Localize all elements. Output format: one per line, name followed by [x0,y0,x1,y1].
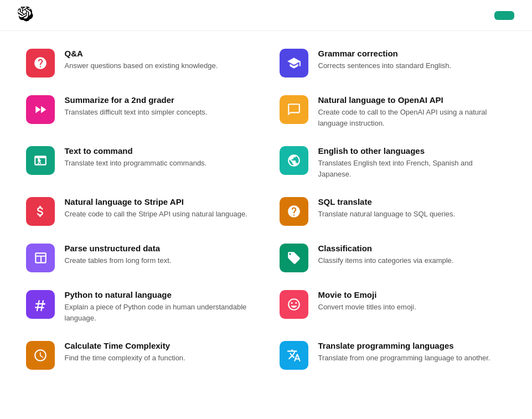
main-content: Q&A Answer questions based on existing k… [17,31,515,387]
card-desc-grammar-correction: Corrects sentences into standard English… [318,60,507,71]
tag-icon [280,244,308,272]
card-desc-english-to-other: Translates English text into French, Spa… [318,158,507,179]
card-desc-sql-translate: Translate natural language to SQL querie… [318,209,507,220]
card-title-movie-to-emoji: Movie to Emoji [318,290,507,299]
card-movie-to-emoji[interactable]: Movie to Emoji Convert movie titles into… [280,290,507,323]
clock-icon [26,341,55,370]
dollar-icon [26,197,55,226]
nav-actions [474,11,514,20]
card-title-nl-stripe: Natural language to Stripe API [65,197,253,206]
card-title-time-complexity: Calculate Time Complexity [65,341,253,350]
card-desc-classification: Classify items into categories via examp… [318,255,507,266]
hash-icon [26,290,55,319]
card-text-python-to-nl: Python to natural language Explain a pie… [65,290,253,323]
card-nl-openai[interactable]: Natural language to OpenAI API Create co… [280,95,507,128]
card-desc-summarize: Translates difficult text into simpler c… [65,107,253,118]
navbar [0,0,532,31]
card-title-nl-openai: Natural language to OpenAI API [318,95,507,105]
chat-icon [280,95,308,124]
card-desc-time-complexity: Find the time complexity of a function. [65,353,253,364]
card-text-parse-unstructured: Parse unstructured data Create tables fr… [65,244,253,266]
card-qa[interactable]: Q&A Answer questions based on existing k… [26,49,253,77]
card-python-to-nl[interactable]: Python to natural language Explain a pie… [26,290,253,323]
question2-icon [280,197,308,226]
card-sql-translate[interactable]: SQL translate Translate natural language… [280,197,507,226]
card-grammar-correction[interactable]: Grammar correction Corrects sentences in… [280,49,507,77]
card-title-text-to-command: Text to command [65,146,253,156]
card-text-nl-stripe: Natural language to Stripe API Create co… [65,197,253,220]
card-text-qa: Q&A Answer questions based on existing k… [65,49,253,71]
card-title-qa: Q&A [65,49,253,58]
graduation-icon [280,49,308,77]
card-title-translate-programming: Translate programming languages [318,341,507,350]
card-text-translate-programming: Translate programming languages Translat… [318,341,507,364]
card-translate-programming[interactable]: Translate programming languages Translat… [280,341,507,370]
card-title-classification: Classification [318,244,507,253]
card-text-movie-to-emoji: Movie to Emoji Convert movie titles into… [318,290,507,313]
card-desc-parse-unstructured: Create tables from long form text. [65,255,253,266]
card-text-nl-openai: Natural language to OpenAI API Create co… [318,95,507,128]
login-button[interactable] [474,12,488,19]
card-text-grammar-correction: Grammar correction Corrects sentences in… [318,49,507,71]
card-text-text-to-command: Text to command Translate text into prog… [65,146,253,169]
card-time-complexity[interactable]: Calculate Time Complexity Find the time … [26,341,253,370]
card-text-english-to-other: English to other languages Translates En… [318,146,507,179]
card-title-python-to-nl: Python to natural language [65,290,253,299]
card-text-time-complexity: Calculate Time Complexity Find the time … [65,341,253,364]
smile-icon [280,290,308,319]
card-parse-unstructured[interactable]: Parse unstructured data Create tables fr… [26,244,253,272]
card-text-classification: Classification Classify items into categ… [318,244,507,266]
card-title-parse-unstructured: Parse unstructured data [65,244,253,253]
card-title-english-to-other: English to other languages [318,146,507,156]
signup-button[interactable] [494,11,514,20]
globe-icon [280,146,308,175]
card-title-summarize: Summarize for a 2nd grader [65,95,253,105]
logo[interactable] [18,7,33,24]
card-nl-stripe[interactable]: Natural language to Stripe API Create co… [26,197,253,226]
card-text-to-command[interactable]: Text to command Translate text into prog… [26,146,253,179]
translate-icon [280,341,308,370]
card-text-summarize: Summarize for a 2nd grader Translates di… [65,95,253,118]
question-icon [26,49,55,77]
card-desc-translate-programming: Translate from one programming language … [318,353,507,364]
card-desc-text-to-command: Translate text into programmatic command… [65,158,253,169]
card-text-sql-translate: SQL translate Translate natural language… [318,197,507,220]
card-classification[interactable]: Classification Classify items into categ… [280,244,507,272]
card-desc-nl-openai: Create code to call to the OpenAI API us… [318,107,507,128]
terminal-icon [26,146,55,175]
card-desc-qa: Answer questions based on existing knowl… [65,60,253,71]
card-summarize[interactable]: Summarize for a 2nd grader Translates di… [26,95,253,128]
card-title-grammar-correction: Grammar correction [318,49,507,58]
card-title-sql-translate: SQL translate [318,197,507,206]
table-icon [26,244,55,272]
card-desc-movie-to-emoji: Convert movie titles into emoji. [318,302,507,313]
forward-icon [26,95,55,124]
card-desc-python-to-nl: Explain a piece of Python code in human … [65,302,253,323]
card-english-to-other[interactable]: English to other languages Translates En… [280,146,507,179]
cards-grid: Q&A Answer questions based on existing k… [26,49,507,370]
card-desc-nl-stripe: Create code to call the Stripe API using… [65,209,253,220]
